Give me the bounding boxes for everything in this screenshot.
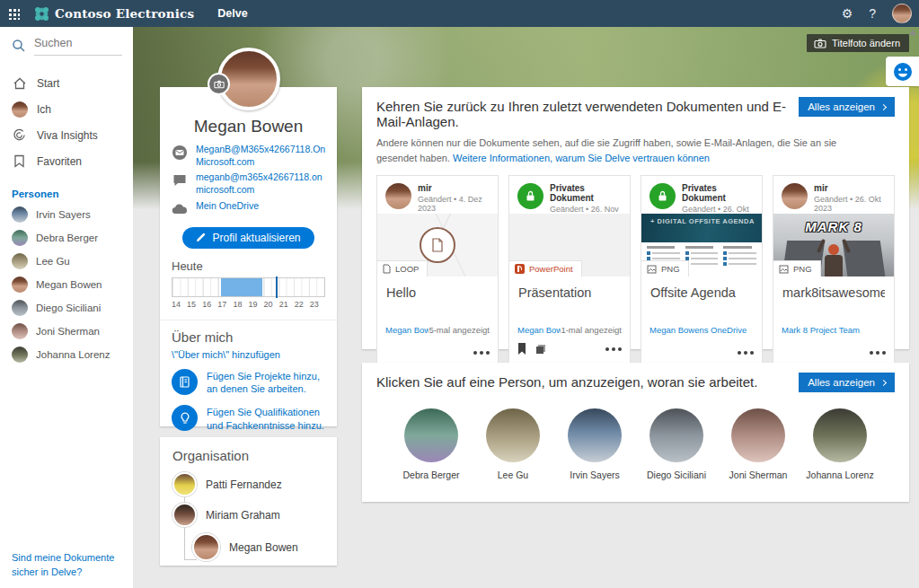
document-modified: Geändert • 4. Dez 2023 xyxy=(418,195,490,213)
document-icon xyxy=(383,264,391,274)
account-avatar[interactable] xyxy=(892,4,912,23)
sidebar-person-lee-gu[interactable]: Lee Gu xyxy=(0,250,133,273)
file-type-tab: PowerPoint xyxy=(509,260,582,276)
avatar xyxy=(404,408,458,462)
sidebar-item-viva-insights[interactable]: Viva Insights xyxy=(0,122,133,148)
avatar xyxy=(192,533,220,561)
camera-icon xyxy=(214,80,225,89)
viva-insights-icon xyxy=(12,127,27,143)
document-card-mark8[interactable]: mir Geändert • 26. Okt 2023 MARK 8 PNG xyxy=(773,175,895,364)
person-tile-debra-berger[interactable]: Debra Berger xyxy=(393,401,470,480)
show-all-people-button[interactable]: Alles anzeigen xyxy=(799,373,895,392)
onedrive-row[interactable]: Mein OneDrive xyxy=(171,200,326,218)
email-link[interactable]: MeganB@M365x42667118.OnMicrosoft.com xyxy=(196,144,326,168)
board-icon[interactable] xyxy=(535,344,546,355)
brand[interactable]: Contoso Electronics xyxy=(34,6,194,22)
view-count: 5-mal angezeigt xyxy=(429,325,490,335)
bookmark-icon xyxy=(12,154,27,169)
sidebar-person-debra-berger[interactable]: Debra Berger xyxy=(0,226,133,250)
document-card-praesentation[interactable]: Privates Dokument Geändert • 26. Nov 202… xyxy=(508,175,631,364)
home-icon xyxy=(12,75,27,91)
pencil-icon xyxy=(196,233,206,242)
sidebar-person-diego-siciliani[interactable]: Diego Siciliani xyxy=(0,296,133,320)
update-profile-label: Profil aktualisieren xyxy=(212,232,300,244)
document-icon xyxy=(420,227,455,263)
person-tile-johanna-lorenz[interactable]: Johanna Lorenz xyxy=(801,401,879,480)
person-tile-diego-siciliani[interactable]: Diego Siciliani xyxy=(638,401,715,480)
feedback-button[interactable] xyxy=(886,57,919,86)
document-thumbnail: LOOP xyxy=(377,214,498,276)
org-person-patti-fernandez[interactable]: Patti Fernandez xyxy=(172,472,324,496)
main-content: Titelfoto ändern Megan Bowen xyxy=(133,27,919,588)
more-options-icon[interactable] xyxy=(605,347,622,351)
delve-trust-link[interactable]: Weitere Informationen, warum Sie Delve v… xyxy=(453,153,710,163)
sidebar-person-irvin-sayers[interactable]: Irvin Sayers xyxy=(0,203,133,226)
document-location-link[interactable]: Mark 8 Project Team xyxy=(782,325,860,335)
change-cover-button[interactable]: Titelfoto ändern xyxy=(807,34,909,52)
documents-safe-link[interactable]: Sind meine Dokumente sicher in Delve? xyxy=(12,551,127,579)
search-input[interactable] xyxy=(34,35,122,56)
sidebar-item-start[interactable]: Start xyxy=(0,70,133,96)
document-location-link[interactable]: Megan Bowens ... xyxy=(517,325,561,335)
avatar xyxy=(12,253,28,269)
document-owner: Privates Dokument xyxy=(550,183,622,203)
avatar xyxy=(12,101,28,118)
documents-panel-title: Kehren Sie zurück zu Ihren zuletzt verwe… xyxy=(376,99,796,129)
app-name[interactable]: Delve xyxy=(217,7,247,20)
search-box[interactable] xyxy=(0,27,133,57)
show-all-documents-button[interactable]: Alles anzeigen xyxy=(799,97,895,117)
camera-icon xyxy=(814,39,826,48)
document-card-hello[interactable]: mir Geändert • 4. Dez 2023 LOOP Hello xyxy=(376,175,499,364)
sidebar-person-megan-bowen[interactable]: Megan Bowen xyxy=(0,273,133,296)
settings-gear-icon[interactable]: ⚙ xyxy=(842,7,853,20)
avatar xyxy=(782,183,808,209)
update-profile-button[interactable]: Profil aktualisieren xyxy=(182,227,314,249)
avatar xyxy=(172,503,197,527)
org-person-megan-bowen[interactable]: Megan Bowen xyxy=(192,533,324,561)
add-skills-item[interactable]: Fügen Sie Qualifikationen und Fachkenntn… xyxy=(172,405,325,433)
sidebar-person-johanna-lorenz[interactable]: Johanna Lorenz xyxy=(0,343,133,366)
onedrive-link[interactable]: Mein OneDrive xyxy=(196,200,259,213)
document-thumbnail: MARK 8 PNG xyxy=(773,214,894,276)
document-modified: Geändert • 26. Okt 2023 xyxy=(814,195,886,213)
sidebar-person-joni-sherman[interactable]: Joni Sherman xyxy=(0,320,133,343)
avatar xyxy=(172,472,197,496)
avatar xyxy=(568,408,622,462)
document-title: Präsentation xyxy=(518,285,621,300)
more-options-icon[interactable] xyxy=(473,351,490,355)
document-title: mark8itsawesome xyxy=(782,285,885,300)
file-type-tab: LOOP xyxy=(377,260,428,276)
person-name: Debra Berger xyxy=(36,233,98,243)
people-panel-title: Klicken Sie auf eine Person, um anzuzeig… xyxy=(376,374,796,390)
person-tile-joni-sherman[interactable]: Joni Sherman xyxy=(720,401,797,480)
document-owner: mir xyxy=(418,183,490,193)
more-options-icon[interactable] xyxy=(870,351,886,355)
person-tile-irvin-sayers[interactable]: Irvin Sayers xyxy=(556,401,633,480)
chat-row[interactable]: meganb@m365x42667118.onmicrosoft.com xyxy=(171,171,326,196)
add-projects-item[interactable]: Fügen Sie Projekte hinzu, an denen Sie a… xyxy=(172,369,325,397)
document-location-link[interactable]: Megan Bowens ... xyxy=(385,325,429,335)
thumbnail-text: MARK 8 xyxy=(773,219,894,234)
organisation-header: Organisation xyxy=(172,448,324,463)
sidebar-item-ich[interactable]: Ich xyxy=(0,96,133,122)
change-photo-button[interactable] xyxy=(208,73,230,95)
document-location-link[interactable]: Megan Bowens OneDrive xyxy=(649,325,747,335)
more-options-icon[interactable] xyxy=(738,351,754,355)
org-person-miriam-graham[interactable]: Miriam Graham xyxy=(172,503,324,527)
waffle-icon xyxy=(8,8,20,20)
help-icon[interactable]: ? xyxy=(869,7,876,20)
file-type-tab: PNG xyxy=(773,260,821,276)
email-row[interactable]: MeganB@M365x42667118.OnMicrosoft.com xyxy=(171,144,326,168)
sidebar-item-favoriten[interactable]: Favoriten xyxy=(0,148,133,174)
avatar xyxy=(12,347,28,363)
app-launcher-button[interactable] xyxy=(0,0,27,27)
add-about-me-link[interactable]: \"Über mich\" hinzufügen xyxy=(172,349,325,360)
document-card-offsite-agenda[interactable]: Privates Dokument Geändert • 26. Okt 202… xyxy=(641,175,763,364)
chat-link[interactable]: meganb@m365x42667118.onmicrosoft.com xyxy=(196,171,326,196)
scrollbar-up-arrow[interactable] xyxy=(909,30,916,35)
calendar-timeline[interactable] xyxy=(172,277,325,297)
person-tile-lee-gu[interactable]: Lee Gu xyxy=(474,401,552,480)
private-lock-icon xyxy=(517,183,543,209)
bookmark-filled-icon[interactable] xyxy=(517,343,526,355)
person-name: Lee Gu xyxy=(498,470,528,480)
